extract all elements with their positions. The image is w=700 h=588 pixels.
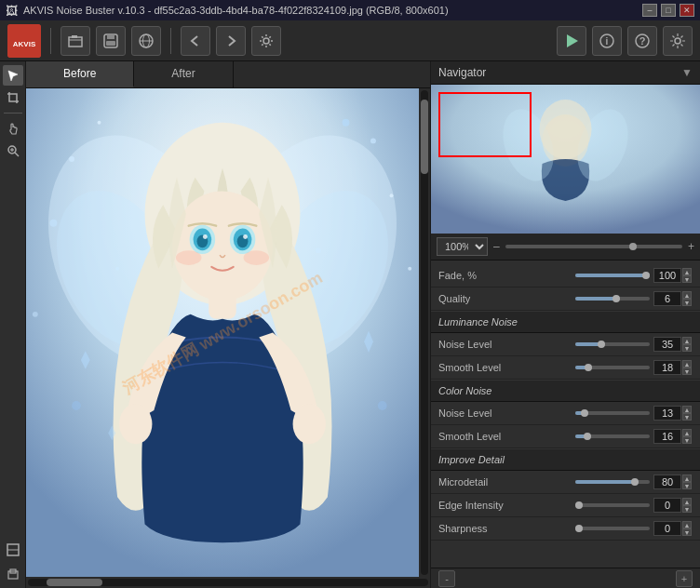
quality-slider-wrap[interactable] (575, 297, 650, 301)
smooth-level-lum-up[interactable]: ▲ (682, 360, 692, 368)
noise-level-lum-track[interactable] (575, 342, 650, 346)
navigator-title: Navigator (438, 66, 486, 79)
smooth-level-col-slider-wrap[interactable] (575, 434, 650, 438)
open-file-button[interactable] (61, 26, 90, 56)
microdetail-down[interactable]: ▼ (682, 482, 692, 489)
info-button[interactable]: i (592, 26, 622, 56)
smooth-level-col-up[interactable]: ▲ (682, 429, 692, 436)
zoom-in-icon[interactable]: + (688, 240, 694, 253)
edge-intensity-row: Edge Intensity ▲ ▼ (431, 494, 700, 517)
bottom-tool-1[interactable] (3, 540, 23, 560)
fade-slider-wrap[interactable] (575, 274, 650, 277)
noise-level-col-thumb[interactable] (581, 409, 588, 417)
navigator-collapse-icon[interactable]: ▼ (681, 66, 693, 79)
noise-level-lum-row: Noise Level ▲ ▼ (431, 333, 700, 356)
bottom-tool-2[interactable] (3, 564, 23, 584)
smooth-level-col-input[interactable] (653, 429, 681, 444)
microdetail-up[interactable]: ▲ (682, 474, 692, 482)
noise-level-lum-input[interactable] (653, 337, 681, 352)
run-button[interactable] (557, 26, 586, 56)
smooth-level-lum-thumb[interactable] (585, 364, 592, 371)
microdetail-track[interactable] (575, 480, 650, 484)
sharpness-thumb[interactable] (575, 525, 583, 532)
smooth-level-lum-down[interactable]: ▼ (682, 368, 692, 375)
horizontal-scrollbar[interactable] (26, 577, 430, 588)
smooth-level-lum-track[interactable] (575, 366, 650, 369)
preferences-button[interactable] (663, 26, 693, 56)
zoom-out-icon[interactable]: – (493, 240, 500, 253)
edge-intensity-slider-wrap[interactable] (575, 503, 650, 507)
select-tool-button[interactable] (3, 65, 23, 86)
quality-value-input[interactable] (653, 291, 681, 306)
hand-tool-button[interactable] (3, 118, 23, 139)
edge-intensity-down[interactable]: ▼ (682, 505, 692, 513)
noise-level-col-track[interactable] (575, 411, 650, 415)
quality-up-arrow[interactable]: ▲ (682, 291, 692, 299)
navigator-preview (431, 85, 700, 234)
zoom-plus-button[interactable]: + (676, 570, 693, 587)
fade-slider-thumb[interactable] (642, 272, 650, 279)
smooth-level-col-track[interactable] (575, 434, 650, 438)
sharpness-slider-wrap[interactable] (575, 527, 650, 530)
help-button[interactable]: ? (627, 26, 657, 56)
settings-button[interactable] (251, 26, 281, 56)
forward-button[interactable] (216, 26, 246, 56)
noise-level-lum-slider-wrap[interactable] (575, 342, 650, 346)
svg-point-36 (33, 312, 38, 317)
quality-slider-thumb[interactable] (612, 295, 620, 302)
sharpness-up[interactable]: ▲ (682, 521, 692, 528)
noise-level-lum-down[interactable]: ▼ (682, 344, 692, 352)
noise-level-lum-up[interactable]: ▲ (682, 337, 692, 344)
smooth-level-lum-slider-wrap[interactable] (575, 366, 650, 369)
zoom-slider-thumb[interactable] (629, 243, 637, 250)
web-button[interactable] (131, 26, 161, 56)
edge-intensity-input[interactable] (653, 498, 681, 513)
quality-value-box: ▲ ▼ (653, 291, 693, 306)
svg-point-51 (176, 250, 201, 265)
noise-level-col-input[interactable] (653, 406, 681, 421)
zoom-select[interactable]: 100% 50% 200% (437, 237, 488, 256)
sharpness-track[interactable] (575, 527, 650, 530)
zoom-slider[interactable] (505, 245, 682, 248)
noise-level-lum-thumb[interactable] (598, 341, 605, 348)
noise-level-col-up[interactable]: ▲ (682, 406, 692, 413)
edge-intensity-up[interactable]: ▲ (682, 498, 692, 505)
microdetail-input[interactable] (653, 474, 681, 489)
noise-level-col-slider-wrap[interactable] (575, 411, 650, 415)
sharpness-down[interactable]: ▼ (682, 528, 692, 536)
h-scroll-thumb[interactable] (47, 579, 102, 586)
back-button[interactable] (181, 26, 210, 56)
noise-level-col-down[interactable]: ▼ (682, 413, 692, 421)
vertical-scrollbar[interactable] (419, 88, 430, 577)
canvas-area[interactable]: 河东软件网 www.orsoon.com (26, 88, 419, 577)
after-tab[interactable]: After (134, 61, 233, 87)
crop-tool-button[interactable] (3, 87, 23, 108)
svg-point-54 (119, 404, 152, 444)
fade-slider-track[interactable] (575, 274, 650, 277)
smooth-level-lum-input[interactable] (653, 360, 681, 375)
fade-up-arrow[interactable]: ▲ (682, 268, 692, 275)
zoom-minus-button[interactable]: - (438, 570, 455, 587)
smooth-level-col-down[interactable]: ▼ (682, 436, 692, 444)
microdetail-slider-wrap[interactable] (575, 480, 650, 484)
svg-line-18 (15, 153, 19, 156)
before-tab[interactable]: Before (26, 61, 134, 87)
minimize-button[interactable]: – (642, 4, 657, 17)
maximize-button[interactable]: □ (661, 4, 676, 17)
sharpness-input[interactable] (653, 521, 681, 536)
save-file-button[interactable] (96, 26, 126, 56)
fade-value-input[interactable] (653, 268, 681, 283)
v-scroll-track[interactable] (421, 90, 428, 575)
fade-down-arrow[interactable]: ▼ (682, 275, 692, 283)
microdetail-thumb[interactable] (631, 478, 639, 486)
fade-value-box: ▲ ▼ (653, 268, 693, 283)
zoom-tool-button[interactable] (3, 140, 23, 161)
v-scroll-thumb[interactable] (421, 100, 428, 174)
h-scroll-track[interactable] (28, 579, 428, 586)
quality-slider-track[interactable] (575, 297, 650, 301)
quality-down-arrow[interactable]: ▼ (682, 299, 692, 306)
edge-intensity-thumb[interactable] (575, 501, 583, 509)
close-button[interactable]: ✕ (680, 4, 694, 17)
smooth-level-col-thumb[interactable] (584, 433, 591, 440)
edge-intensity-track[interactable] (575, 503, 650, 507)
